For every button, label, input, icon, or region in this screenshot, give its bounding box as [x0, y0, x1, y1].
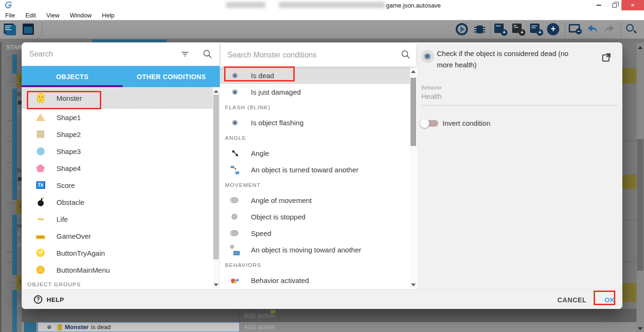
condition-gear-icon: ⚙	[47, 324, 52, 331]
behavior-puzzle-icon	[229, 275, 241, 286]
object-row-gameover[interactable]: GameOver	[22, 227, 213, 244]
events-sheet-right-edge	[622, 42, 636, 332]
event-connector	[6, 252, 13, 252]
condition-row-turned-toward[interactable]: ↘ An object is turned toward another	[220, 162, 410, 178]
condition-row-is-dead[interactable]: ⚙ Is dead	[220, 67, 410, 84]
project-manager-button[interactable]	[4, 24, 16, 35]
object-search-input[interactable]	[29, 48, 170, 60]
events-sheet-left-edge: C O H Re A Re A ⚙ se A A ⚙ A	[0, 42, 24, 332]
menu-help[interactable]: Help	[97, 12, 120, 19]
restore-button[interactable]	[607, 0, 621, 10]
condition-row-behavior-activated[interactable]: Behavior activated	[220, 272, 410, 289]
restore-icon	[612, 3, 617, 8]
object-label: Monster	[56, 94, 82, 102]
choose-event-type-button[interactable]: +	[547, 23, 559, 35]
object-label: Score	[56, 181, 75, 189]
condition-list-scrollbar[interactable]	[410, 67, 417, 289]
event-connector	[6, 283, 13, 283]
events-sheet-selected-row: ⚙ Monster is dead Add action	[22, 322, 636, 332]
condition-list: ⚙ Is dead ⚙ Is just damaged FLASH (BLINK…	[220, 67, 410, 289]
object-list-scrollbar[interactable]	[213, 87, 219, 289]
behavior-select-underline	[421, 105, 618, 105]
add-event-button[interactable]: +	[494, 24, 507, 36]
behavior-select[interactable]: Health	[421, 92, 442, 100]
tab-objects[interactable]: OBJECTS	[22, 66, 123, 87]
menu-window[interactable]: Window	[64, 12, 97, 19]
monster-icon	[57, 324, 62, 331]
menu-view[interactable]: View	[41, 12, 64, 19]
condition-row-is-just-damaged[interactable]: ⚙ Is just damaged	[220, 84, 410, 100]
square-icon	[36, 129, 45, 139]
object-row-obstacle[interactable]: Obstacle	[22, 194, 213, 211]
object-row-shape1[interactable]: Shape1	[22, 109, 213, 126]
condition-row-angle[interactable]: Angle	[220, 145, 410, 162]
project-manager-icon	[6, 25, 16, 35]
add-comment-button[interactable]: +	[530, 24, 543, 36]
preview-play-button[interactable]	[456, 23, 468, 35]
add-action-link: Add action	[244, 323, 275, 331]
search-events-button[interactable]	[626, 24, 638, 35]
add-action-link: Add action	[244, 312, 275, 319]
condition-row-speed[interactable]: Speed	[220, 225, 410, 242]
scrollbar-thumb[interactable]	[411, 78, 416, 146]
object-row-buttonmainmenu[interactable]: ⌂ ButtonMainMenu	[22, 261, 213, 278]
scroll-down-icon[interactable]	[411, 283, 416, 286]
condition-cell: ⚙ Monster is dead	[38, 322, 240, 332]
object-row-buttontryagain[interactable]: ↺ ButtonTryAgain	[22, 244, 213, 261]
cancel-button[interactable]: CANCEL	[554, 294, 590, 306]
events-sheet-row: Add action	[22, 309, 636, 322]
condition-row-is-object-flashing[interactable]: ⚙ Is object flashing	[220, 114, 410, 131]
add-subevent-button[interactable]: +	[512, 24, 525, 36]
tab-other-conditions[interactable]: OTHER CONDITIONS	[123, 66, 220, 87]
condition-row-angle-of-movement[interactable]: Angle of movement	[220, 192, 410, 209]
search-icon[interactable]	[202, 49, 213, 59]
toggle-knob[interactable]	[420, 119, 429, 128]
object-row-shape4[interactable]: Shape4	[22, 160, 213, 177]
scene-editor-button[interactable]	[23, 24, 35, 35]
retry-button-icon: ↺	[36, 248, 45, 258]
debug-button[interactable]	[474, 24, 485, 35]
event-divider	[622, 141, 636, 141]
object-label: Obstacle	[56, 198, 84, 206]
delete-event-button[interactable]: −	[569, 24, 582, 34]
scrollbar-thumb[interactable]	[637, 139, 644, 271]
events-scrollbar[interactable]	[636, 42, 644, 332]
scroll-up-icon[interactable]	[411, 70, 416, 73]
condition-gear-icon: ⚙	[17, 293, 21, 298]
open-help-external-link-icon[interactable]	[602, 53, 611, 62]
condition-search-input[interactable]	[227, 49, 383, 61]
window-title: game.json.autosave	[386, 2, 441, 9]
object-row-monster[interactable]: Monster	[22, 87, 213, 109]
object-label: ButtonMainMenu	[56, 266, 110, 274]
undo-button[interactable]	[587, 24, 599, 37]
event-connector	[6, 141, 13, 142]
scrollbar-thumb[interactable]	[213, 95, 219, 259]
condition-row-object-is-stopped[interactable]: Object is stopped	[220, 209, 410, 225]
condition-label: Angle of movement	[251, 196, 312, 204]
object-row-life[interactable]: ♥♥♥ Life	[22, 211, 213, 227]
scroll-down-icon[interactable]	[214, 283, 218, 286]
event-indent-bar	[24, 322, 36, 332]
scroll-up-icon[interactable]	[638, 46, 643, 49]
scroll-down-icon[interactable]	[638, 327, 643, 330]
ok-button[interactable]: OK	[600, 294, 620, 306]
object-label: Shape1	[56, 113, 81, 121]
object-row-shape2[interactable]: Shape2	[22, 126, 213, 143]
object-label: Shape3	[56, 147, 81, 155]
menu-file[interactable]: File	[0, 12, 20, 19]
object-row-shape3[interactable]: Shape3	[22, 143, 213, 160]
event-indent-bar	[12, 89, 17, 200]
filter-icon[interactable]	[180, 49, 190, 59]
menu-edit[interactable]: Edit	[20, 12, 41, 19]
help-button[interactable]: ? HELP	[34, 294, 64, 305]
condition-label: Angle	[251, 149, 269, 157]
object-row-score[interactable]: Tx Score	[22, 177, 213, 194]
condition-row-moving-toward[interactable]: An object is moving toward another	[220, 242, 410, 258]
invert-condition-toggle[interactable]	[421, 120, 438, 127]
redo-button[interactable]	[603, 24, 615, 37]
object-selector-panel: OBJECTS OTHER CONDITIONS Monster Shape1 …	[22, 42, 220, 289]
minimize-button[interactable]	[591, 0, 606, 10]
scroll-up-icon[interactable]	[214, 90, 218, 93]
search-icon[interactable]	[401, 49, 411, 60]
close-button[interactable]: ✕	[621, 0, 644, 10]
